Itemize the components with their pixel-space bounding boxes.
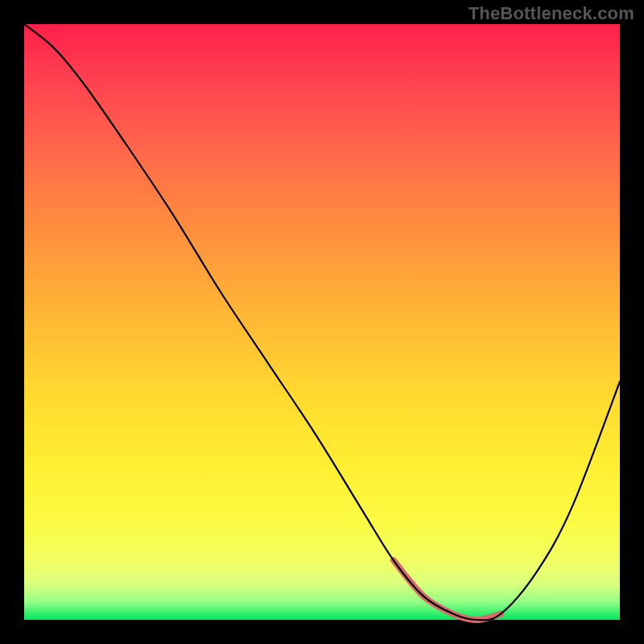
plot-area bbox=[24, 24, 620, 620]
curve-line bbox=[24, 24, 620, 620]
chart-frame: TheBottleneck.com bbox=[0, 0, 644, 644]
watermark-text: TheBottleneck.com bbox=[469, 3, 634, 24]
chart-svg bbox=[24, 24, 620, 620]
